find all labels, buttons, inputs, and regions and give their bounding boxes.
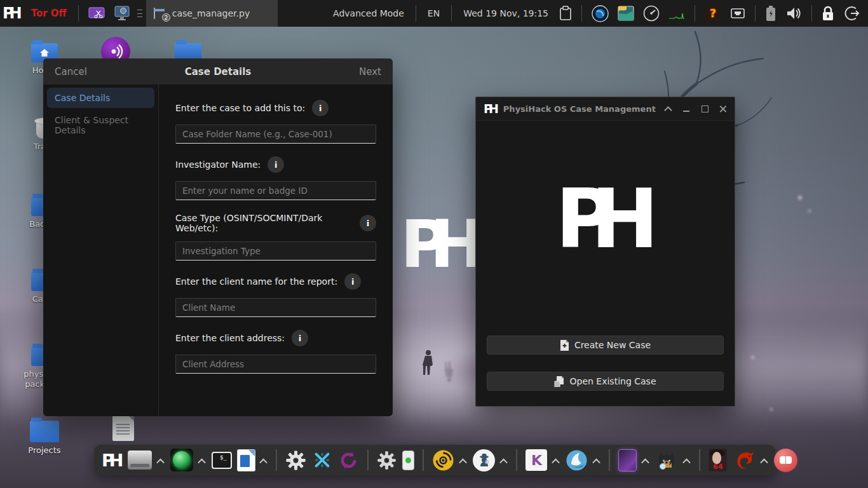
dragon-app-icon[interactable] <box>733 449 756 471</box>
settings-gear-icon[interactable] <box>285 450 306 471</box>
window-titlebar[interactable]: PH PhysiHack OS Case Management <box>476 97 735 121</box>
info-icon[interactable]: i <box>312 100 329 116</box>
dock-divider <box>516 449 517 471</box>
android-phone-icon[interactable] <box>402 451 414 470</box>
volume-icon[interactable] <box>785 6 802 21</box>
window-count-badge: 2 <box>162 13 170 22</box>
web-browser-icon[interactable] <box>170 449 193 471</box>
sparkle <box>798 196 802 200</box>
terminal-icon[interactable]: $_ <box>212 452 232 469</box>
chevron-up-icon[interactable] <box>198 458 207 466</box>
kleopatra-icon[interactable]: K <box>526 449 547 471</box>
advanced-mode-label[interactable]: Advanced Mode <box>327 8 410 18</box>
chevron-up-icon[interactable] <box>552 458 560 466</box>
office-suite-icon[interactable] <box>238 450 255 471</box>
dock-ph-launcher[interactable]: PH <box>102 451 122 470</box>
lock-icon[interactable] <box>822 5 834 22</box>
dog-osint-app-icon[interactable] <box>655 450 678 470</box>
panel-divider <box>451 5 452 22</box>
create-new-case-button[interactable]: Create New Case <box>487 336 724 355</box>
window-icon: 2 <box>154 8 166 19</box>
battery-icon[interactable] <box>765 5 776 22</box>
cancel-button[interactable]: Cancel <box>55 66 144 78</box>
investigator-name-input[interactable] <box>175 181 376 200</box>
dialog-title: Case Details <box>144 66 292 78</box>
taskbar-window-button[interactable]: 2 case_manager.py <box>146 0 278 27</box>
desktop-icon-document[interactable] <box>93 414 154 441</box>
menu-icon[interactable] <box>137 10 142 17</box>
globe-tray-icon[interactable] <box>592 5 609 22</box>
info-icon[interactable]: i <box>268 156 284 173</box>
folder-icon <box>30 421 59 442</box>
ph-menu-logo[interactable]: PH <box>0 4 25 22</box>
case-folder-label: Enter the case to add this to: <box>175 103 305 113</box>
red-reader-app-icon[interactable] <box>774 449 797 472</box>
chevron-up-icon[interactable] <box>500 458 508 466</box>
chevron-up-icon[interactable] <box>761 458 769 466</box>
client-address-input[interactable] <box>175 355 376 374</box>
clock[interactable]: Wed 19 Nov, 19:15 <box>457 8 555 18</box>
chevron-up-icon[interactable] <box>459 458 468 466</box>
taskbar-window-label: case_manager.py <box>172 8 250 18</box>
wireshark-icon[interactable] <box>566 449 588 471</box>
ethernet-icon[interactable] <box>730 7 745 20</box>
wallpaper-ph-logo: PH <box>400 211 482 277</box>
info-icon[interactable]: i <box>360 215 376 231</box>
gauge-icon[interactable] <box>643 5 660 22</box>
system-monitor-icon[interactable] <box>114 6 130 21</box>
ph-window-icon: PH <box>484 102 498 116</box>
settings-gear-icon-2[interactable] <box>377 451 397 470</box>
cyan-cross-app-icon[interactable] <box>312 450 332 470</box>
panel-divider <box>78 5 79 22</box>
open-existing-case-button[interactable]: Open Existing Case <box>487 372 724 391</box>
sparkle <box>770 408 773 410</box>
minimize-button[interactable] <box>682 105 690 112</box>
map-thumbnail-icon[interactable] <box>618 6 634 21</box>
sidebar-item-client-suspect-details[interactable]: Client & Suspect Details <box>47 110 154 140</box>
keyboard-layout[interactable]: EN <box>421 8 446 18</box>
chevron-up-icon[interactable] <box>642 458 650 466</box>
case-folder-input[interactable] <box>175 125 376 144</box>
analyst-64-app-icon[interactable]: 64 <box>709 449 727 471</box>
client-name-input[interactable] <box>175 298 376 317</box>
amber-target-app-icon[interactable] <box>432 449 454 471</box>
logout-icon[interactable] <box>843 5 860 22</box>
panel-divider <box>755 5 756 22</box>
case-type-input[interactable] <box>175 241 376 261</box>
shade-window-button[interactable] <box>664 105 672 112</box>
panel-divider <box>695 5 695 22</box>
dialog-header: Cancel Case Details Next <box>43 58 393 85</box>
client-name-label: Enter the client name for the report: <box>175 276 337 287</box>
chevron-up-icon[interactable] <box>260 458 268 466</box>
info-icon[interactable]: i <box>292 330 308 346</box>
open-case-icon <box>554 376 564 387</box>
grimoire-book-icon[interactable] <box>618 449 637 471</box>
close-button[interactable] <box>719 105 727 112</box>
chevron-up-icon[interactable] <box>593 458 601 466</box>
sparkle <box>808 210 811 212</box>
tor-status-indicator[interactable]: Tor Off <box>25 8 73 19</box>
network-graph-widget[interactable] <box>668 7 685 20</box>
maximize-button[interactable] <box>701 105 709 112</box>
ph-app-logo: PH <box>476 179 735 260</box>
clipboard-icon[interactable] <box>559 6 572 21</box>
chevron-up-icon[interactable] <box>157 458 165 466</box>
next-button[interactable]: Next <box>292 66 381 78</box>
sync-app-icon[interactable] <box>338 450 359 471</box>
help-fire-icon[interactable]: ? <box>705 5 721 22</box>
new-document-icon <box>560 340 569 351</box>
window-title: PhysiHack OS Case Management <box>503 104 658 114</box>
chevron-up-icon[interactable] <box>683 458 691 466</box>
sidebar-item-case-details[interactable]: Case Details <box>47 88 154 108</box>
spy-osint-app-icon[interactable] <box>473 449 495 471</box>
disk-utility-icon[interactable] <box>128 451 152 470</box>
client-address-label: Enter the client address: <box>175 333 285 343</box>
dock-divider <box>276 449 277 471</box>
panel-divider <box>581 5 582 22</box>
screenshot-tool-icon[interactable] <box>88 7 105 20</box>
panel-divider <box>416 5 416 22</box>
case-details-dialog: Cancel Case Details Next Case Details Cl… <box>43 58 393 416</box>
desktop-icon-projects[interactable]: Projects <box>14 417 75 456</box>
info-icon[interactable]: i <box>344 273 361 290</box>
dock-divider <box>609 449 610 471</box>
